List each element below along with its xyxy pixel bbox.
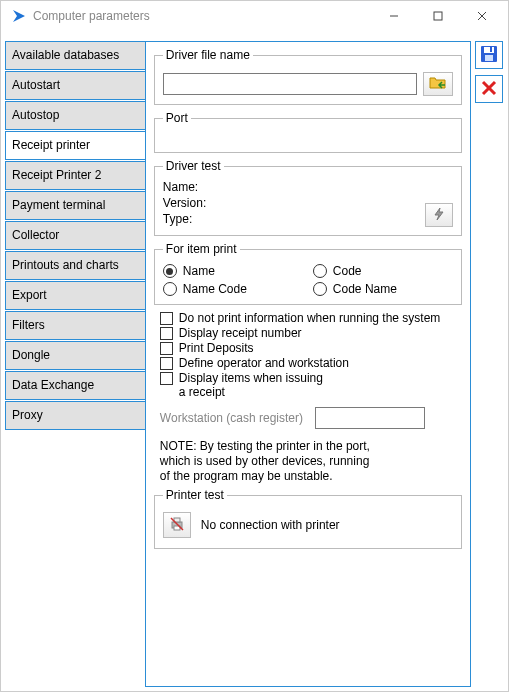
check-do-not-print-info[interactable]: Do not print information when running th… bbox=[160, 311, 462, 325]
right-toolbar bbox=[475, 41, 504, 687]
radio-name[interactable]: Name bbox=[163, 264, 303, 278]
item-print-group: For item print Name Code Name Code Code … bbox=[154, 242, 462, 305]
lightning-icon bbox=[432, 207, 446, 224]
sidebar-item-receipt-printer-2[interactable]: Receipt Printer 2 bbox=[5, 161, 145, 190]
svg-rect-13 bbox=[490, 47, 492, 52]
check-define-operator-workstation[interactable]: Define operator and workstation bbox=[160, 356, 462, 370]
driver-test-group: Driver test Name: Version: Type: bbox=[154, 159, 462, 236]
titlebar: Computer parameters bbox=[1, 1, 508, 31]
driver-file-group: Driver file name bbox=[154, 48, 462, 105]
browse-driver-button[interactable] bbox=[423, 72, 453, 96]
radio-code[interactable]: Code bbox=[313, 264, 453, 278]
minimize-button[interactable] bbox=[372, 2, 416, 30]
radio-name-label: Name bbox=[183, 264, 215, 278]
workstation-label: Workstation (cash register) bbox=[160, 411, 303, 425]
driver-name-label: Name: bbox=[163, 180, 198, 194]
note-line-3: of the program may be unstable. bbox=[160, 469, 462, 484]
radio-code-name[interactable]: Code Name bbox=[313, 282, 453, 296]
check-display-receipt-number[interactable]: Display receipt number bbox=[160, 326, 462, 340]
svg-marker-5 bbox=[435, 208, 443, 220]
delete-icon bbox=[480, 79, 498, 100]
window: Computer parameters Available databases … bbox=[0, 0, 509, 692]
check-label: Print Deposits bbox=[179, 341, 254, 355]
sidebar-item-autostart[interactable]: Autostart bbox=[5, 71, 145, 100]
sidebar-item-dongle[interactable]: Dongle bbox=[5, 341, 145, 370]
workstation-row: Workstation (cash register) bbox=[160, 407, 462, 429]
sidebar: Available databases Autostart Autostop R… bbox=[5, 41, 145, 687]
save-button[interactable] bbox=[475, 41, 503, 69]
note-line-2: which is used by other devices, running bbox=[160, 454, 462, 469]
check-print-deposits[interactable]: Print Deposits bbox=[160, 341, 462, 355]
main-panel: Driver file name Port Driver test Name: … bbox=[145, 41, 471, 687]
item-print-legend: For item print bbox=[163, 242, 240, 256]
radio-name-code-label: Name Code bbox=[183, 282, 247, 296]
sidebar-item-export[interactable]: Export bbox=[5, 281, 145, 310]
svg-rect-12 bbox=[485, 55, 493, 61]
sidebar-item-data-exchange[interactable]: Data Exchange bbox=[5, 371, 145, 400]
printer-test-status: No connection with printer bbox=[201, 518, 340, 532]
sidebar-item-proxy[interactable]: Proxy bbox=[5, 401, 145, 430]
driver-test-legend: Driver test bbox=[163, 159, 224, 173]
save-icon bbox=[479, 44, 499, 67]
sidebar-item-available-databases[interactable]: Available databases bbox=[5, 41, 145, 70]
maximize-button[interactable] bbox=[416, 2, 460, 30]
svg-marker-0 bbox=[13, 10, 25, 22]
run-driver-test-button[interactable] bbox=[425, 203, 453, 227]
sidebar-item-collector[interactable]: Collector bbox=[5, 221, 145, 250]
printer-test-legend: Printer test bbox=[163, 488, 227, 502]
svg-rect-2 bbox=[434, 12, 442, 20]
svg-rect-11 bbox=[484, 47, 494, 53]
port-group: Port bbox=[154, 111, 462, 153]
close-button[interactable] bbox=[460, 2, 504, 30]
sidebar-item-payment-terminal[interactable]: Payment terminal bbox=[5, 191, 145, 220]
sidebar-item-receipt-printer[interactable]: Receipt printer bbox=[5, 131, 145, 160]
radio-code-name-label: Code Name bbox=[333, 282, 397, 296]
radio-code-label: Code bbox=[333, 264, 362, 278]
driver-file-legend: Driver file name bbox=[163, 48, 253, 62]
sidebar-item-printouts-and-charts[interactable]: Printouts and charts bbox=[5, 251, 145, 280]
check-label: Display receipt number bbox=[179, 326, 302, 340]
folder-open-icon bbox=[429, 75, 447, 94]
sidebar-item-filters[interactable]: Filters bbox=[5, 311, 145, 340]
option-checkboxes: Do not print information when running th… bbox=[160, 311, 462, 399]
workstation-input[interactable] bbox=[315, 407, 425, 429]
printer-test-button[interactable] bbox=[163, 512, 191, 538]
check-label: Display items when issuing a receipt bbox=[179, 371, 329, 399]
window-title: Computer parameters bbox=[33, 9, 372, 23]
driver-type-label: Type: bbox=[163, 212, 192, 226]
note-text: NOTE: By testing the printer in the port… bbox=[160, 439, 462, 484]
note-line-1: NOTE: By testing the printer in the port… bbox=[160, 439, 462, 454]
check-label: Do not print information when running th… bbox=[179, 311, 440, 325]
app-icon bbox=[11, 8, 27, 24]
sidebar-item-autostop[interactable]: Autostop bbox=[5, 101, 145, 130]
port-legend: Port bbox=[163, 111, 191, 125]
check-display-items-issuing[interactable]: Display items when issuing a receipt bbox=[160, 371, 462, 399]
driver-file-input[interactable] bbox=[163, 73, 417, 95]
driver-version-label: Version: bbox=[163, 196, 206, 210]
printer-test-group: Printer test No connection with printer bbox=[154, 488, 462, 549]
delete-button[interactable] bbox=[475, 75, 503, 103]
check-label: Define operator and workstation bbox=[179, 356, 349, 370]
radio-name-code[interactable]: Name Code bbox=[163, 282, 303, 296]
printer-icon bbox=[169, 516, 185, 535]
